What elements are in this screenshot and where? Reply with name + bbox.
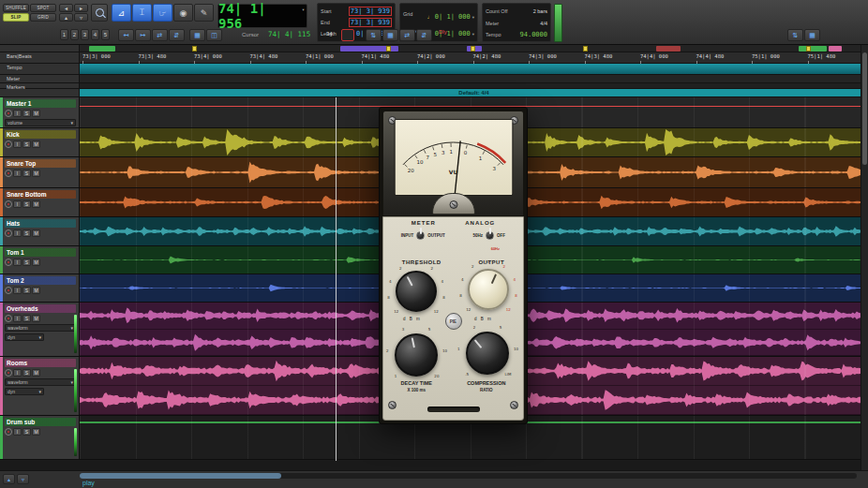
solo-button[interactable]: S (22, 287, 31, 294)
zoomer-tool-button[interactable] (91, 4, 108, 22)
record-arm-button[interactable] (5, 428, 12, 436)
horizontal-scroll-thumb[interactable] (80, 473, 281, 479)
record-arm-button[interactable] (5, 369, 12, 377)
count-off-button[interactable]: Count Off (486, 8, 507, 14)
memory-2-button[interactable]: 2 (70, 29, 79, 40)
memory-3-button[interactable]: 3 (81, 29, 89, 40)
marker-segment[interactable] (799, 46, 827, 52)
bars-beats-ruler[interactable]: 73|3| 00073|3| 48073|4| 00073|4| 48074|1… (80, 52, 868, 64)
record-arm-button[interactable] (5, 140, 12, 148)
nudge-caret-icon[interactable]: ▾ (472, 32, 474, 37)
input-button[interactable]: I (13, 287, 22, 294)
track-header[interactable]: Tom 2 I S M (0, 274, 80, 302)
track-header[interactable]: Tom 1 I S M (0, 246, 80, 274)
layered-edit-button[interactable]: ▦ (382, 29, 398, 41)
mute-button[interactable]: M (32, 140, 40, 148)
playhead-cursor[interactable] (336, 97, 337, 461)
track-height-button[interactable]: ▿ (17, 474, 29, 484)
input-button[interactable]: I (13, 200, 22, 208)
marker-flag[interactable] (583, 46, 588, 52)
meter-button[interactable]: Meter (486, 21, 499, 26)
auto-scroll-button[interactable]: ⇄ (399, 29, 415, 41)
mute-button[interactable]: M (32, 315, 40, 322)
mode-slip-button[interactable]: SLIP (3, 13, 29, 22)
solo-button[interactable]: S (22, 229, 31, 237)
mute-button[interactable]: M (32, 229, 40, 237)
track-header[interactable]: Drum sub I S M (0, 416, 80, 459)
link-timeline-button[interactable]: ⇄ (152, 29, 168, 41)
track-name[interactable]: Overheads (5, 304, 76, 313)
solo-button[interactable]: S (22, 369, 31, 377)
zoom-up-button[interactable]: ▴ (59, 13, 73, 22)
counter-caret-icon[interactable]: ▾ (302, 7, 305, 12)
track-header[interactable]: Master 1 I S M volume▾ (0, 97, 80, 127)
input-button[interactable]: I (13, 140, 22, 148)
dly-indicator[interactable]: Dly (439, 29, 461, 41)
threshold-knob[interactable] (396, 271, 437, 312)
tempo-ruler[interactable] (80, 64, 868, 75)
mute-button[interactable]: M (32, 170, 40, 177)
mute-button[interactable]: M (32, 110, 40, 117)
end-value[interactable]: 73| 3| 939 (349, 18, 392, 27)
track-view-selector[interactable]: waveform▾ (5, 378, 76, 386)
main-counter[interactable]: 74| 1| 956 ▾ (217, 4, 307, 28)
memory-1-button[interactable]: 1 (60, 29, 68, 40)
selector-tool-button[interactable]: ⌶ (132, 4, 152, 22)
track-name[interactable]: Snare Bottom (5, 190, 76, 199)
record-arm-button[interactable] (5, 110, 12, 117)
memory-5-button[interactable]: 5 (101, 29, 110, 40)
compressor-plugin-window[interactable]: 20107531013 VU METER ANALOG INPUT OUTPUT (379, 107, 528, 424)
automation-mode-selector[interactable]: dyn▾ (5, 388, 44, 395)
compression-ratio-knob[interactable] (466, 332, 509, 375)
insertion-follows-button[interactable]: ▦ (189, 29, 205, 41)
link-track-button[interactable]: ⇵ (169, 29, 185, 41)
sidechain-filter-toggle[interactable] (486, 231, 494, 240)
track-header[interactable]: Kick I S M (0, 128, 80, 156)
track-list-toggle-button[interactable]: ⇅ (787, 29, 803, 41)
ruler-label-tempo[interactable]: Tempo (0, 64, 80, 75)
mode-shuffle-button[interactable]: SHUFFLE (3, 4, 29, 12)
mute-button[interactable]: M (32, 200, 40, 208)
track-name[interactable]: Hats (5, 219, 76, 228)
marker-segment[interactable] (89, 46, 115, 52)
marker-flag[interactable] (192, 46, 197, 52)
tempo-value[interactable]: 94.0000 (519, 31, 547, 38)
input-button[interactable]: I (13, 369, 22, 377)
track-view-selector[interactable]: waveform▾ (5, 324, 76, 332)
grid-value[interactable]: 0| 1| 000 (435, 13, 471, 21)
zoom-toggle-button[interactable]: ▴ (3, 474, 15, 484)
marker-flag[interactable] (471, 46, 475, 52)
track-header[interactable]: Snare Bottom I S M (0, 188, 80, 216)
meter-event-bar[interactable]: Default: 4/4 (80, 89, 868, 97)
vertical-scrollbar[interactable] (861, 45, 868, 471)
solo-button[interactable]: S (22, 200, 31, 208)
record-arm-button[interactable] (5, 229, 12, 237)
markers-strip[interactable] (80, 45, 868, 52)
start-value[interactable]: 73| 3| 939 (349, 7, 392, 16)
record-arm-button[interactable] (5, 315, 12, 322)
ruler-label-meter[interactable]: Meter (0, 75, 80, 83)
mute-button[interactable]: M (32, 428, 40, 436)
marker-segment[interactable] (829, 46, 842, 52)
record-arm-button[interactable] (5, 259, 12, 266)
mirror-edit-button[interactable]: ⇅ (366, 29, 382, 41)
marker-segment[interactable] (656, 46, 681, 52)
mode-grid-button[interactable]: GRID (30, 13, 56, 22)
record-arm-button[interactable] (5, 170, 12, 177)
track-header[interactable]: Snare Top I S M (0, 157, 80, 187)
automation-mode-selector[interactable]: dyn▾ (5, 333, 44, 341)
record-arm-button[interactable] (5, 287, 12, 294)
input-button[interactable]: I (13, 110, 22, 117)
tempo-button[interactable]: Tempo (486, 32, 501, 37)
conductor-indicator[interactable] (554, 4, 562, 42)
tab-forward-button[interactable]: ↦ (135, 29, 151, 41)
track-header[interactable]: Rooms I S M waveform▾ dyn▾ (0, 357, 80, 415)
grabber-tool-button[interactable]: ☞ (153, 4, 172, 22)
mute-button[interactable]: M (32, 369, 40, 377)
trim-tool-button[interactable]: ⊿ (112, 4, 131, 22)
track-name[interactable]: Drum sub (5, 418, 76, 426)
input-button[interactable]: I (13, 229, 22, 237)
solo-button[interactable]: S (22, 428, 31, 436)
zoom-down-button[interactable]: ▿ (74, 13, 88, 22)
keyboard-focus-button[interactable]: ⇵ (416, 29, 432, 41)
